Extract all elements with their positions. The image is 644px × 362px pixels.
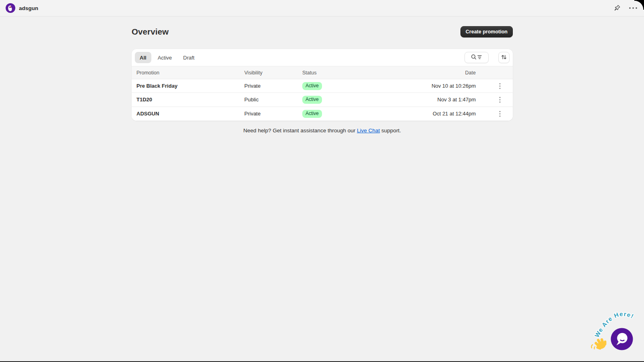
ellipsis-icon[interactable] bbox=[628, 3, 638, 13]
visibility-value: Private bbox=[244, 111, 302, 117]
column-header-date: Date bbox=[383, 70, 487, 76]
table-row[interactable]: T1D20 Public Active Nov 3 at 1:47pm bbox=[132, 93, 513, 107]
waving-hand-icon bbox=[591, 335, 609, 352]
chat-widget: We Are Here! bbox=[575, 300, 644, 361]
column-header-status: Status bbox=[302, 70, 383, 76]
visibility-value: Public bbox=[244, 97, 302, 103]
status-badge: Active bbox=[302, 96, 322, 104]
column-header-promotion: Promotion bbox=[132, 70, 244, 76]
date-value: Nov 3 at 1:47pm bbox=[383, 97, 487, 103]
table-row[interactable]: Pre Black Friday Private Active Nov 10 a… bbox=[132, 79, 513, 93]
promotions-card: All Active Draft bbox=[132, 49, 513, 121]
tab-active[interactable]: Active bbox=[153, 52, 177, 63]
pin-icon[interactable] bbox=[612, 3, 622, 13]
page-title: Overview bbox=[132, 27, 169, 37]
row-actions-kebab-icon[interactable] bbox=[495, 95, 505, 105]
help-text-prefix: Need help? Get instant assistance throug… bbox=[244, 128, 357, 134]
help-text: Need help? Get instant assistance throug… bbox=[132, 128, 513, 134]
tab-all[interactable]: All bbox=[135, 52, 151, 63]
promotion-name: T1D20 bbox=[132, 97, 244, 103]
sort-button[interactable] bbox=[498, 52, 510, 63]
column-header-visibility: Visibility bbox=[244, 70, 302, 76]
main-content: Overview Create promotion All Active Dra… bbox=[132, 26, 513, 134]
page-header: Overview Create promotion bbox=[132, 26, 513, 38]
filters-row: All Active Draft bbox=[132, 49, 513, 66]
promotion-name: ADSGUN bbox=[132, 111, 244, 117]
search-and-filter-icon bbox=[471, 54, 483, 62]
row-actions-kebab-icon[interactable] bbox=[495, 81, 505, 91]
table-header: Promotion Visibility Status Date bbox=[132, 66, 513, 79]
date-value: Oct 21 at 12:44pm bbox=[383, 111, 487, 117]
tab-draft[interactable]: Draft bbox=[178, 52, 199, 63]
search-and-filter-button[interactable] bbox=[464, 52, 489, 63]
sort-icon bbox=[501, 54, 507, 62]
row-actions-kebab-icon[interactable] bbox=[495, 109, 505, 119]
visibility-value: Private bbox=[244, 83, 302, 89]
table-row[interactable]: ADSGUN Private Active Oct 21 at 12:44pm bbox=[132, 107, 513, 121]
status-badge: Active bbox=[302, 82, 322, 90]
app-title: adsgun bbox=[19, 5, 38, 11]
chat-launcher-button[interactable] bbox=[611, 328, 633, 350]
adsgun-logo-icon bbox=[6, 3, 15, 13]
help-text-suffix: support. bbox=[380, 128, 401, 134]
status-badge: Active bbox=[302, 110, 322, 118]
promotion-name: Pre Black Friday bbox=[132, 83, 244, 89]
topbar: adsgun bbox=[0, 0, 644, 16]
live-chat-link[interactable]: Live Chat bbox=[357, 128, 380, 134]
date-value: Nov 10 at 10:26pm bbox=[383, 83, 487, 89]
create-promotion-button[interactable]: Create promotion bbox=[460, 26, 513, 37]
